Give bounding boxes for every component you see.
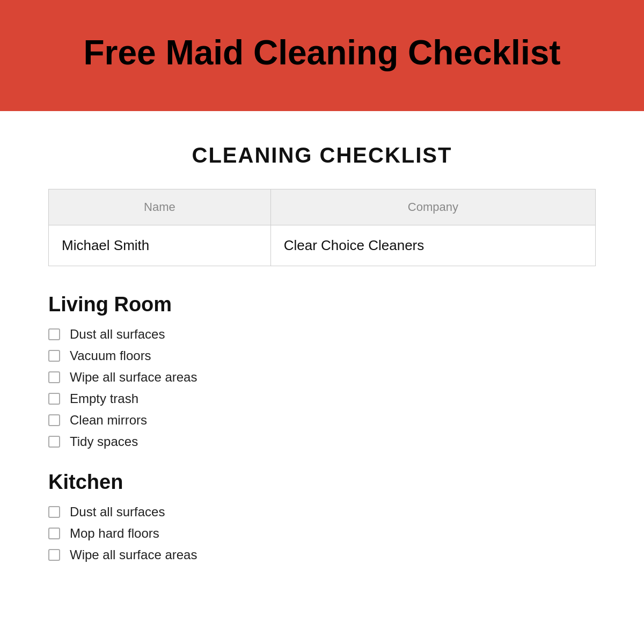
list-item: Clean mirrors (48, 413, 596, 428)
table-cell-name: Michael Smith (49, 225, 271, 266)
header: Free Maid Cleaning Checklist (0, 0, 644, 111)
checkbox[interactable] (48, 393, 60, 405)
list-item: Wipe all surface areas (48, 370, 596, 385)
checklist-label: Dust all surfaces (70, 504, 165, 519)
checkbox[interactable] (48, 328, 60, 340)
table-cell-company: Clear Choice Cleaners (270, 225, 595, 266)
checklist-label: Mop hard floors (70, 526, 159, 541)
kitchen-checklist: Dust all surfaces Mop hard floors Wipe a… (48, 504, 596, 562)
checkbox[interactable] (48, 506, 60, 518)
checklist-label: Dust all surfaces (70, 327, 165, 342)
checklist-label: Empty trash (70, 391, 138, 406)
checklist-label: Wipe all surface areas (70, 370, 197, 385)
list-item: Dust all surfaces (48, 327, 596, 342)
table-row: Michael Smith Clear Choice Cleaners (49, 225, 596, 266)
checklist-label: Wipe all surface areas (70, 547, 197, 562)
list-item: Tidy spaces (48, 434, 596, 449)
checkbox[interactable] (48, 436, 60, 448)
checklist-label: Clean mirrors (70, 413, 147, 428)
living-room-checklist: Dust all surfaces Vacuum floors Wipe all… (48, 327, 596, 449)
kitchen-title: Kitchen (48, 471, 596, 494)
list-item: Wipe all surface areas (48, 547, 596, 562)
checklist-label: Vacuum floors (70, 348, 151, 363)
info-table: Name Company Michael Smith Clear Choice … (48, 189, 596, 266)
list-item: Dust all surfaces (48, 504, 596, 519)
checklist-label: Tidy spaces (70, 434, 138, 449)
list-item: Vacuum floors (48, 348, 596, 363)
list-item: Mop hard floors (48, 526, 596, 541)
checkbox[interactable] (48, 350, 60, 362)
kitchen-section: Kitchen Dust all surfaces Mop hard floor… (48, 471, 596, 562)
header-title: Free Maid Cleaning Checklist (21, 32, 623, 74)
checkbox[interactable] (48, 414, 60, 426)
list-item: Empty trash (48, 391, 596, 406)
checkbox[interactable] (48, 371, 60, 383)
table-header-company: Company (270, 189, 595, 225)
table-header-name: Name (49, 189, 271, 225)
living-room-title: Living Room (48, 293, 596, 316)
checkbox[interactable] (48, 549, 60, 561)
main-content: CLEANING CHECKLIST Name Company Michael … (0, 111, 644, 616)
living-room-section: Living Room Dust all surfaces Vacuum flo… (48, 293, 596, 449)
checkbox[interactable] (48, 528, 60, 539)
section-title: CLEANING CHECKLIST (48, 143, 596, 167)
